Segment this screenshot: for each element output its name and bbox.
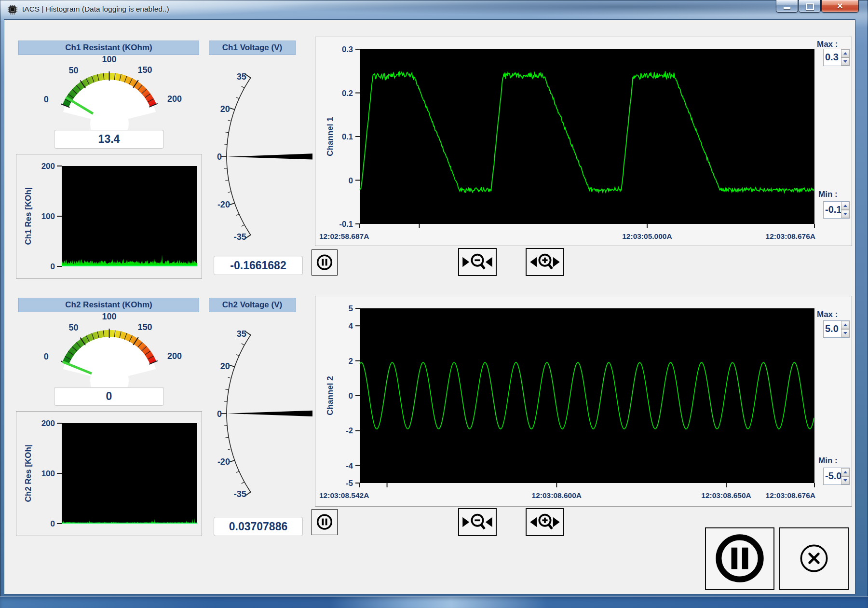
ch2-max-label: Max :	[817, 310, 838, 319]
ch2-resistance-history-box: 2001000Ch2 Res [KOh|	[16, 411, 202, 536]
ch1-min-label: Min :	[818, 190, 838, 199]
ch1-min-up-button[interactable]	[841, 202, 849, 210]
svg-text:150: 150	[138, 322, 152, 332]
svg-text:Channel 1: Channel 1	[326, 117, 335, 156]
exit-button[interactable]	[779, 527, 849, 590]
svg-text:100: 100	[102, 313, 116, 321]
ch2-zoom-out-button[interactable]	[458, 508, 497, 536]
svg-text:0: 0	[349, 176, 353, 185]
ch1-voltage-header: Ch1 Voltage (V)	[209, 41, 296, 55]
window-bottom-border	[0, 596, 868, 608]
master-pause-button[interactable]	[705, 527, 774, 590]
ch2-max-spinner[interactable]: 5.0	[823, 320, 850, 338]
ch2-min-label: Min :	[818, 456, 838, 466]
ch1-max-value[interactable]: 0.3	[824, 49, 841, 66]
svg-text:12:03:05.000A: 12:03:05.000A	[622, 232, 672, 240]
svg-text:Channel 2: Channel 2	[326, 376, 335, 415]
svg-text:0.2: 0.2	[342, 89, 353, 97]
zoom-in-icon	[527, 249, 563, 275]
close-icon: ✕	[822, 0, 858, 12]
spinner-down-icon	[843, 60, 847, 63]
ch2-max-down-button[interactable]	[841, 329, 849, 337]
svg-text:20: 20	[220, 104, 230, 114]
app-window: tACS | Histogram (Data logging is enable…	[0, 0, 868, 608]
svg-text:Ch1 Res [KOh|: Ch1 Res [KOh|	[24, 187, 33, 245]
zoom-out-icon	[459, 509, 496, 535]
svg-text:0: 0	[349, 391, 353, 400]
svg-text:200: 200	[167, 351, 182, 361]
close-circle-icon	[780, 528, 848, 589]
svg-text:12:03:08.542A: 12:03:08.542A	[319, 491, 369, 499]
svg-text:-20: -20	[217, 200, 230, 209]
ch1-pause-button[interactable]	[312, 249, 338, 276]
ch1-resistance-history-box: 2001000Ch1 Res [KOh|	[16, 154, 202, 279]
minimize-icon	[784, 7, 790, 9]
spinner-down-icon	[843, 479, 847, 482]
ch2-max-value[interactable]: 5.0	[824, 321, 841, 337]
minimize-button[interactable]	[776, 0, 798, 13]
svg-text:0.3: 0.3	[342, 45, 353, 54]
close-button[interactable]: ✕	[821, 0, 859, 13]
svg-text:2: 2	[349, 357, 353, 365]
svg-text:20: 20	[220, 361, 230, 371]
ch1-resistance-gauge: 050100150200	[22, 56, 195, 132]
svg-text:-4: -4	[346, 461, 353, 470]
ch1-min-spinner[interactable]: -0.1	[823, 201, 850, 219]
svg-text:0: 0	[44, 95, 49, 104]
svg-text:0: 0	[44, 352, 49, 361]
ch2-resistance-history: 2001000Ch2 Res [KOh|	[16, 412, 201, 535]
svg-text:200: 200	[41, 162, 55, 171]
ch1-max-spinner[interactable]: 0.3	[823, 49, 850, 66]
ch1-resistance-value: 13.4	[54, 130, 164, 149]
svg-text:5: 5	[349, 304, 353, 313]
svg-text:-35: -35	[234, 489, 246, 499]
ch1-max-down-button[interactable]	[841, 57, 849, 66]
window-title: tACS | Histogram (Data logging is enable…	[22, 0, 169, 18]
ch2-pause-button[interactable]	[312, 509, 338, 535]
svg-text:12:03:08.600A: 12:03:08.600A	[532, 491, 582, 499]
ch1-max-up-button[interactable]	[841, 49, 849, 57]
maximize-button[interactable]	[799, 0, 821, 13]
titlebar[interactable]: tACS | Histogram (Data logging is enable…	[0, 0, 868, 19]
spinner-down-icon	[843, 213, 847, 215]
maximize-icon	[806, 3, 814, 10]
svg-text:0.1: 0.1	[342, 132, 353, 141]
svg-text:0: 0	[217, 152, 222, 162]
ch2-resistance-gauge: 050100150200	[22, 313, 195, 389]
ch2-min-up-button[interactable]	[841, 468, 849, 476]
svg-text:-5: -5	[346, 479, 353, 487]
ch2-max-up-button[interactable]	[841, 321, 849, 329]
svg-text:35: 35	[237, 329, 246, 339]
svg-text:150: 150	[138, 65, 152, 75]
ch2-min-down-button[interactable]	[841, 476, 849, 484]
ch1-min-down-button[interactable]	[841, 210, 849, 218]
ch2-resistance-value: 0	[54, 387, 164, 406]
ch1-resistance-header: Ch1 Resistant (KOhm)	[18, 41, 199, 55]
spinner-up-icon	[843, 52, 847, 55]
svg-text:50: 50	[68, 323, 78, 332]
svg-text:100: 100	[102, 56, 116, 64]
ch1-zoom-in-button[interactable]	[526, 248, 564, 276]
ch2-min-value[interactable]: -5.0	[824, 468, 841, 484]
ch1-max-label: Max :	[817, 40, 838, 49]
svg-text:-35: -35	[234, 232, 246, 242]
svg-text:200: 200	[167, 94, 182, 104]
ch2-voltage-value: 0.03707886	[214, 517, 303, 536]
ch2-zoom-in-button[interactable]	[526, 508, 564, 536]
svg-text:200: 200	[41, 419, 55, 428]
svg-text:35: 35	[237, 72, 246, 82]
svg-text:12:03:08.676A: 12:03:08.676A	[766, 491, 815, 499]
ch1-zoom-out-button[interactable]	[458, 248, 497, 276]
svg-text:-2: -2	[346, 426, 353, 435]
app-icon	[7, 4, 18, 15]
svg-text:12:02:58.687A: 12:02:58.687A	[319, 232, 369, 240]
client-area: Ch1 Resistant (KOhm) 050100150200 13.4 2…	[4, 19, 855, 594]
ch1-min-value[interactable]: -0.1	[824, 202, 841, 218]
svg-text:0: 0	[217, 409, 222, 419]
svg-text:100: 100	[41, 469, 55, 478]
spinner-up-icon	[843, 205, 847, 207]
spinner-down-icon	[843, 332, 847, 334]
zoom-out-icon	[459, 249, 496, 275]
ch2-min-spinner[interactable]: -5.0	[823, 468, 850, 485]
ch1-scope-svg: 0.30.20.10-0.112:02:58.687A12:03:05.000A…	[315, 37, 851, 245]
